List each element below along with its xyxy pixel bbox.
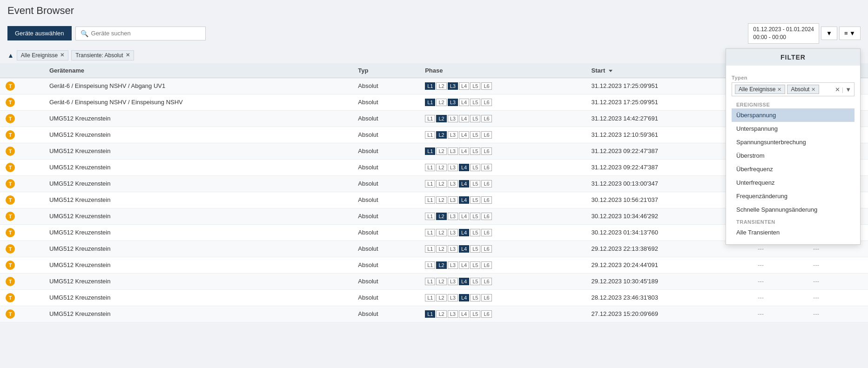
transienten-section-label: TRANSIENTEN xyxy=(732,216,855,226)
filter-tag-all-events-close[interactable]: ✕ xyxy=(60,52,64,58)
page-title: Event Browser xyxy=(0,0,868,20)
type-icon: T xyxy=(6,293,15,302)
filter-item-spannungsunterbrechung[interactable]: Spannungsunterbrechung xyxy=(732,135,855,149)
phase-tag-l2: L2 xyxy=(436,115,446,122)
phase-tag-l6: L6 xyxy=(481,213,491,220)
table-row[interactable]: TUMG512 KreuzensteinAbsolutL1L2L3L4L5L62… xyxy=(0,306,868,322)
phase-tag-l6: L6 xyxy=(481,278,491,285)
phase-tag-l4: L4 xyxy=(459,294,469,301)
menu-button[interactable]: ≡ ▼ xyxy=(839,27,861,40)
filter-item-unterfrequenz[interactable]: Unterfrequenz xyxy=(732,176,855,189)
phase-tag-l2: L2 xyxy=(436,196,446,204)
row-phase: L1L2L3L4L5L6 xyxy=(419,175,585,192)
row-phase: L1L2L3L4L5L6 xyxy=(419,143,585,159)
row-icon-cell: T xyxy=(0,175,44,192)
row-phase: L1L2L3L4L5L6 xyxy=(419,78,585,94)
filter-item-uberstrom[interactable]: Überstrom xyxy=(732,149,855,162)
type-icon: T xyxy=(6,147,15,156)
row-phase: L1L2L3L4L5L6 xyxy=(419,127,585,143)
row-phase: L1L2L3L4L5L6 xyxy=(419,94,585,110)
filter-button[interactable]: ▼ xyxy=(821,27,837,40)
type-icon: T xyxy=(6,228,15,237)
phase-tag-l2: L2 xyxy=(436,245,446,253)
phase-tag-l5: L5 xyxy=(470,115,480,122)
table-row[interactable]: TUMG512 KreuzensteinAbsolutL1L2L3L4L5L62… xyxy=(0,289,868,306)
row-device-name: Gerät-6 / Einspeisung NSHV / Einspeisung… xyxy=(44,94,352,110)
phase-tag-l2: L2 xyxy=(436,99,446,106)
phase-tag-l1: L1 xyxy=(425,180,435,187)
row-device-name: UMG512 Kreuzenstein xyxy=(44,208,352,224)
phase-tag-l4: L4 xyxy=(459,261,469,269)
row-type: Absolut xyxy=(352,175,419,192)
filter-tag-label: Alle Ereignisse xyxy=(21,52,58,59)
row-start: 27.12.2023 15:20:09'669 xyxy=(586,306,752,322)
table-row[interactable]: TUMG512 KreuzensteinAbsolutL1L2L3L4L5L62… xyxy=(0,273,868,289)
phase-tag-l3: L3 xyxy=(448,261,458,269)
filter-item-uberfrequenz[interactable]: Überfrequenz xyxy=(732,162,855,176)
filter-dropdown-title: FILTER xyxy=(726,49,860,66)
phase-tag-l6: L6 xyxy=(481,294,491,301)
col-device-name: Gerätename xyxy=(44,63,352,78)
phase-tag-l3: L3 xyxy=(448,99,458,106)
row-phase: L1L2L3L4L5L6 xyxy=(419,192,585,208)
phase-tag-l5: L5 xyxy=(470,164,480,171)
pill-alle-close[interactable]: ✕ xyxy=(777,87,781,93)
filter-item-schnelle-spannungsanderung[interactable]: Schnelle Spannungsänderung xyxy=(732,203,855,216)
phase-tag-l1: L1 xyxy=(425,115,435,122)
search-input[interactable] xyxy=(91,30,201,37)
phase-tag-l1: L1 xyxy=(425,245,435,253)
row-end: --- xyxy=(752,306,807,322)
pill-absolut-close[interactable]: ✕ xyxy=(811,87,815,93)
filter-item-alle-transienten[interactable]: Alle Transienten xyxy=(732,226,855,239)
row-end: --- xyxy=(752,273,807,289)
phase-tag-l3: L3 xyxy=(448,278,458,285)
filter-tag-actions: ✕ | ▼ xyxy=(835,86,851,93)
phase-tag-l3: L3 xyxy=(448,310,458,318)
phase-tag-l4: L4 xyxy=(459,278,469,285)
phase-tag-l3: L3 xyxy=(448,245,458,253)
col-icon xyxy=(0,63,44,78)
filter-item-unterspannung[interactable]: Unterspannung xyxy=(732,122,855,135)
type-icon: T xyxy=(6,309,15,319)
phase-tag-l4: L4 xyxy=(459,164,469,171)
row-type: Absolut xyxy=(352,241,419,257)
phase-tag-l1: L1 xyxy=(425,278,435,285)
phase-tag-l3: L3 xyxy=(448,213,458,220)
type-icon: T xyxy=(6,244,15,254)
filter-tags-row: Alle Ereignisse ✕ Absolut ✕ ✕ | ▼ xyxy=(732,82,855,96)
row-icon-cell: T xyxy=(0,192,44,208)
phase-tag-l2: L2 xyxy=(436,131,446,139)
row-icon-cell: T xyxy=(0,241,44,257)
row-icon-cell: T xyxy=(0,224,44,241)
filter-tag-transient-label: Transiente: Absolut xyxy=(75,52,123,59)
phase-tag-l3: L3 xyxy=(448,164,458,171)
row-device-name: UMG512 Kreuzenstein xyxy=(44,143,352,159)
phase-tag-l5: L5 xyxy=(470,278,480,285)
filter-item-frequenzanderung[interactable]: Frequenzänderung xyxy=(732,189,855,203)
clear-filter-button[interactable]: ✕ xyxy=(835,86,840,93)
separator: | xyxy=(842,86,843,93)
type-icon: T xyxy=(6,114,15,123)
search-icon: 🔍 xyxy=(81,30,88,37)
row-icon-cell: T xyxy=(0,127,44,143)
phase-tag-l2: L2 xyxy=(436,147,446,155)
row-type: Absolut xyxy=(352,208,419,224)
filter-item-uberspannung[interactable]: Überspannung xyxy=(732,108,855,122)
type-icon: T xyxy=(6,261,15,270)
type-icon: T xyxy=(6,98,15,107)
row-icon-cell: T xyxy=(0,273,44,289)
row-phase: L1L2L3L4L5L6 xyxy=(419,289,585,306)
filter-funnel-icon: ▲ xyxy=(7,52,14,59)
phase-tag-l6: L6 xyxy=(481,99,491,106)
table-row[interactable]: TUMG512 KreuzensteinAbsolutL1L2L3L4L5L62… xyxy=(0,257,868,273)
phase-tag-l5: L5 xyxy=(470,131,480,139)
phase-tag-l4: L4 xyxy=(459,196,469,204)
filter-tag-transient-close[interactable]: ✕ xyxy=(126,52,130,58)
select-devices-button[interactable]: Geräte auswählen xyxy=(7,26,72,40)
row-type: Absolut xyxy=(352,224,419,241)
row-device-name: UMG512 Kreuzenstein xyxy=(44,241,352,257)
expand-filter-button[interactable]: ▼ xyxy=(845,86,851,93)
phase-tag-l3: L3 xyxy=(448,131,458,139)
date-range-line2: 00:00 - 00:00 xyxy=(753,33,814,41)
phase-tag-l6: L6 xyxy=(481,164,491,171)
